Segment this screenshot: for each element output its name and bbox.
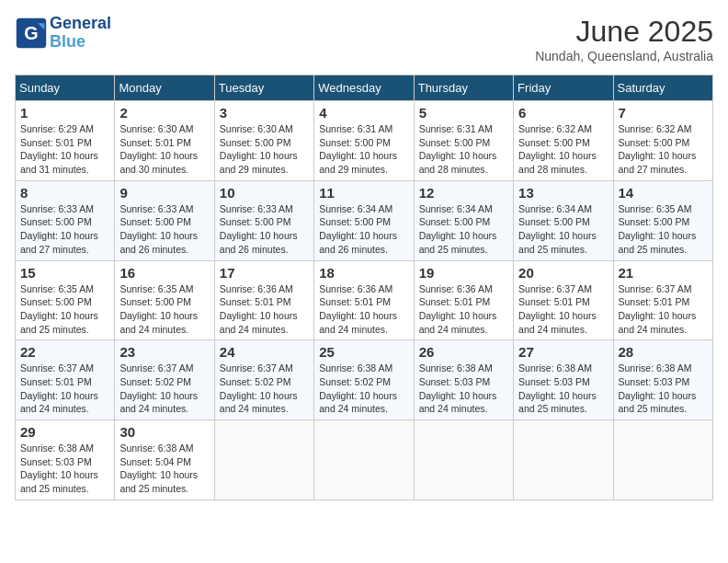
day-number: 29 (20, 424, 109, 440)
calendar-cell: 10Sunrise: 6:33 AM Sunset: 5:00 PM Dayli… (214, 180, 313, 260)
day-info: Sunrise: 6:37 AM Sunset: 5:02 PM Dayligh… (119, 362, 209, 416)
col-tuesday: Tuesday (214, 75, 313, 101)
calendar-cell: 17Sunrise: 6:36 AM Sunset: 5:01 PM Dayli… (214, 260, 313, 340)
calendar-cell: 25Sunrise: 6:38 AM Sunset: 5:02 PM Dayli… (314, 340, 414, 420)
day-info: Sunrise: 6:33 AM Sunset: 5:00 PM Dayligh… (20, 202, 109, 257)
logo-text: GeneralBlue (50, 15, 111, 52)
calendar-header-row: Sunday Monday Tuesday Wednesday Thursday… (16, 75, 713, 101)
calendar-cell: 18Sunrise: 6:36 AM Sunset: 5:01 PM Dayli… (314, 260, 414, 340)
calendar-cell: 12Sunrise: 6:34 AM Sunset: 5:00 PM Dayli… (414, 180, 513, 260)
day-number: 17 (220, 265, 309, 281)
day-info: Sunrise: 6:36 AM Sunset: 5:01 PM Dayligh… (419, 282, 508, 337)
day-info: Sunrise: 6:38 AM Sunset: 5:04 PM Dayligh… (119, 442, 209, 496)
day-number: 30 (119, 424, 209, 440)
calendar-cell: 6Sunrise: 6:32 AM Sunset: 5:00 PM Daylig… (514, 101, 613, 181)
calendar-cell: 16Sunrise: 6:35 AM Sunset: 5:00 PM Dayli… (115, 260, 214, 340)
calendar-row: 15Sunrise: 6:35 AM Sunset: 5:00 PM Dayli… (16, 260, 713, 340)
day-number: 18 (319, 265, 408, 281)
calendar-cell: 8Sunrise: 6:33 AM Sunset: 5:00 PM Daylig… (16, 180, 115, 260)
day-number: 19 (419, 265, 508, 281)
day-number: 14 (619, 185, 708, 201)
calendar-cell: 13Sunrise: 6:34 AM Sunset: 5:00 PM Dayli… (514, 180, 613, 260)
day-number: 2 (119, 105, 209, 121)
calendar-cell (214, 420, 313, 500)
calendar-cell: 3Sunrise: 6:30 AM Sunset: 5:00 PM Daylig… (214, 101, 313, 181)
calendar-cell: 9Sunrise: 6:33 AM Sunset: 5:00 PM Daylig… (115, 180, 214, 260)
day-info: Sunrise: 6:34 AM Sunset: 5:00 PM Dayligh… (419, 202, 508, 257)
day-info: Sunrise: 6:35 AM Sunset: 5:00 PM Dayligh… (20, 282, 109, 337)
day-info: Sunrise: 6:38 AM Sunset: 5:03 PM Dayligh… (20, 442, 109, 496)
day-info: Sunrise: 6:37 AM Sunset: 5:01 PM Dayligh… (20, 362, 109, 416)
day-number: 4 (319, 105, 408, 121)
day-info: Sunrise: 6:38 AM Sunset: 5:03 PM Dayligh… (518, 362, 608, 416)
day-info: Sunrise: 6:32 AM Sunset: 5:00 PM Dayligh… (619, 122, 708, 177)
col-friday: Friday (514, 75, 613, 101)
calendar-cell: 5Sunrise: 6:31 AM Sunset: 5:00 PM Daylig… (414, 101, 513, 181)
day-number: 13 (518, 185, 608, 201)
day-info: Sunrise: 6:31 AM Sunset: 5:00 PM Dayligh… (419, 122, 508, 177)
calendar-cell (314, 420, 414, 500)
day-number: 10 (220, 185, 309, 201)
col-monday: Monday (115, 75, 214, 101)
calendar-row: 1Sunrise: 6:29 AM Sunset: 5:01 PM Daylig… (16, 101, 713, 181)
calendar-cell: 29Sunrise: 6:38 AM Sunset: 5:03 PM Dayli… (16, 420, 115, 500)
day-number: 16 (119, 265, 209, 281)
day-info: Sunrise: 6:34 AM Sunset: 5:00 PM Dayligh… (319, 202, 408, 257)
day-number: 9 (119, 185, 209, 201)
day-info: Sunrise: 6:30 AM Sunset: 5:01 PM Dayligh… (119, 122, 209, 177)
calendar-cell: 15Sunrise: 6:35 AM Sunset: 5:00 PM Dayli… (16, 260, 115, 340)
day-info: Sunrise: 6:38 AM Sunset: 5:02 PM Dayligh… (319, 362, 408, 416)
day-number: 23 (119, 344, 209, 360)
calendar-cell: 2Sunrise: 6:30 AM Sunset: 5:01 PM Daylig… (115, 101, 214, 181)
day-number: 15 (20, 265, 109, 281)
logo-icon: G (15, 17, 48, 50)
day-info: Sunrise: 6:37 AM Sunset: 5:02 PM Dayligh… (220, 362, 309, 416)
calendar-cell: 27Sunrise: 6:38 AM Sunset: 5:03 PM Dayli… (514, 340, 613, 420)
day-info: Sunrise: 6:36 AM Sunset: 5:01 PM Dayligh… (220, 282, 309, 337)
calendar-cell: 21Sunrise: 6:37 AM Sunset: 5:01 PM Dayli… (613, 260, 712, 340)
day-number: 1 (20, 105, 109, 121)
calendar-cell: 23Sunrise: 6:37 AM Sunset: 5:02 PM Dayli… (115, 340, 214, 420)
day-number: 7 (619, 105, 708, 121)
calendar-cell: 11Sunrise: 6:34 AM Sunset: 5:00 PM Dayli… (314, 180, 414, 260)
day-info: Sunrise: 6:35 AM Sunset: 5:00 PM Dayligh… (619, 202, 708, 257)
day-info: Sunrise: 6:34 AM Sunset: 5:00 PM Dayligh… (518, 202, 608, 257)
day-info: Sunrise: 6:38 AM Sunset: 5:03 PM Dayligh… (619, 362, 708, 416)
calendar-cell: 28Sunrise: 6:38 AM Sunset: 5:03 PM Dayli… (613, 340, 712, 420)
calendar-cell: 4Sunrise: 6:31 AM Sunset: 5:00 PM Daylig… (314, 101, 414, 181)
day-number: 11 (319, 185, 408, 201)
col-wednesday: Wednesday (314, 75, 414, 101)
day-number: 6 (518, 105, 608, 121)
calendar-cell: 19Sunrise: 6:36 AM Sunset: 5:01 PM Dayli… (414, 260, 513, 340)
day-info: Sunrise: 6:38 AM Sunset: 5:03 PM Dayligh… (419, 362, 508, 416)
page-header: G GeneralBlue June 2025 Nundah, Queensla… (15, 15, 713, 63)
day-info: Sunrise: 6:33 AM Sunset: 5:00 PM Dayligh… (119, 202, 209, 257)
month-title: June 2025 (535, 15, 713, 49)
day-number: 24 (220, 344, 309, 360)
day-number: 21 (619, 265, 708, 281)
day-number: 12 (419, 185, 508, 201)
day-info: Sunrise: 6:37 AM Sunset: 5:01 PM Dayligh… (518, 282, 608, 337)
title-area: June 2025 Nundah, Queensland, Australia (535, 15, 713, 63)
calendar-cell (414, 420, 513, 500)
calendar-row: 8Sunrise: 6:33 AM Sunset: 5:00 PM Daylig… (16, 180, 713, 260)
col-sunday: Sunday (16, 75, 115, 101)
svg-text:G: G (24, 23, 38, 43)
day-number: 22 (20, 344, 109, 360)
day-number: 25 (319, 344, 408, 360)
calendar-cell: 7Sunrise: 6:32 AM Sunset: 5:00 PM Daylig… (613, 101, 712, 181)
day-number: 28 (619, 344, 708, 360)
location: Nundah, Queensland, Australia (535, 49, 713, 63)
calendar-cell: 14Sunrise: 6:35 AM Sunset: 5:00 PM Dayli… (613, 180, 712, 260)
calendar-row: 22Sunrise: 6:37 AM Sunset: 5:01 PM Dayli… (16, 340, 713, 420)
day-info: Sunrise: 6:35 AM Sunset: 5:00 PM Dayligh… (119, 282, 209, 337)
calendar-row: 29Sunrise: 6:38 AM Sunset: 5:03 PM Dayli… (16, 420, 713, 500)
day-info: Sunrise: 6:30 AM Sunset: 5:00 PM Dayligh… (220, 122, 309, 177)
calendar-cell (514, 420, 613, 500)
day-number: 20 (518, 265, 608, 281)
day-info: Sunrise: 6:37 AM Sunset: 5:01 PM Dayligh… (619, 282, 708, 337)
day-number: 27 (518, 344, 608, 360)
calendar-cell (613, 420, 712, 500)
day-number: 5 (419, 105, 508, 121)
calendar-cell: 26Sunrise: 6:38 AM Sunset: 5:03 PM Dayli… (414, 340, 513, 420)
